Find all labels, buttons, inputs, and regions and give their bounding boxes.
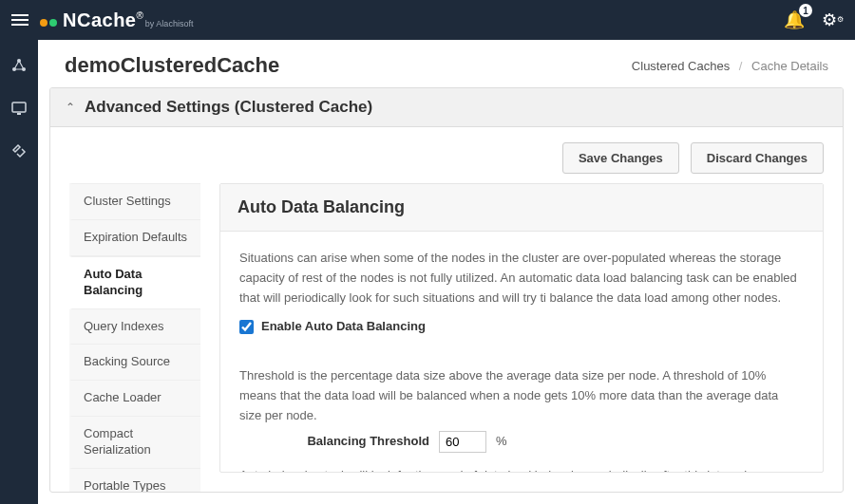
left-nav [0, 40, 38, 504]
menu-toggle-icon[interactable] [11, 11, 28, 28]
enable-label[interactable]: Enable Auto Data Balancing [261, 317, 426, 337]
logo-text: NCache [63, 9, 136, 31]
app-logo: NCache ® by Alachisoft [40, 9, 784, 31]
sidenav-item-cache-loader[interactable]: Cache Loader [69, 381, 200, 417]
sidenav-item-query-indexes[interactable]: Query Indexes [69, 309, 200, 345]
save-button[interactable]: Save Changes [562, 142, 679, 174]
detail-heading: Auto Data Balancing [220, 184, 823, 232]
svg-rect-3 [12, 103, 26, 112]
notifications-icon[interactable]: 🔔 1 [784, 9, 805, 30]
threshold-label: Balancing Threshold [239, 432, 429, 452]
sidenav-item-expiration-defaults[interactable]: Expiration Defaults [69, 220, 200, 256]
reg-mark: ® [136, 10, 142, 21]
svg-rect-4 [17, 113, 21, 115]
breadcrumb-current: Cache Details [751, 59, 828, 73]
sidenav-item-auto-data-balancing[interactable]: Auto Data Balancing [69, 256, 200, 309]
intro-text: Situations can arise when some of the no… [239, 249, 804, 308]
logo-icon [40, 19, 59, 27]
breadcrumb-separator: / [739, 59, 743, 73]
nav-monitor-icon[interactable] [10, 100, 28, 120]
breadcrumb-parent[interactable]: Clustered Caches [632, 59, 730, 73]
collapse-icon[interactable]: ⌃ [66, 101, 75, 114]
detail-panel: Auto Data Balancing Situations can arise… [219, 183, 824, 473]
interval-desc: Auto balancing task will look for the ne… [239, 466, 804, 473]
enable-checkbox[interactable] [239, 320, 254, 334]
settings-icon[interactable]: ⚙⚙ [822, 9, 844, 30]
nav-cluster-icon[interactable] [10, 57, 28, 77]
breadcrumb: Clustered Caches / Cache Details [632, 59, 828, 73]
discard-button[interactable]: Discard Changes [691, 142, 824, 174]
sidenav-item-portable-types[interactable]: Portable Types [69, 469, 200, 492]
settings-side-nav: Cluster SettingsExpiration DefaultsAuto … [69, 183, 200, 473]
nav-tools-icon[interactable] [10, 142, 28, 162]
page-title: demoClusteredCache [65, 53, 279, 78]
panel-title: Advanced Settings (Clustered Cache) [85, 98, 372, 117]
sidenav-item-cluster-settings[interactable]: Cluster Settings [69, 183, 200, 220]
top-bar: NCache ® by Alachisoft 🔔 1 ⚙⚙ [0, 0, 855, 40]
advanced-settings-panel: ⌃ Advanced Settings (Clustered Cache) Sa… [49, 87, 844, 493]
panel-header[interactable]: ⌃ Advanced Settings (Clustered Cache) [50, 88, 843, 127]
threshold-unit: % [496, 432, 507, 452]
sidenav-item-backing-source[interactable]: Backing Source [69, 345, 200, 381]
threshold-desc: Threshold is the percentage data size ab… [239, 366, 804, 425]
sidenav-item-compact-serialization[interactable]: Compact Serialization [69, 417, 200, 469]
threshold-input[interactable] [439, 431, 486, 453]
notification-badge: 1 [799, 4, 812, 17]
logo-subtext: by Alachisoft [145, 19, 194, 28]
